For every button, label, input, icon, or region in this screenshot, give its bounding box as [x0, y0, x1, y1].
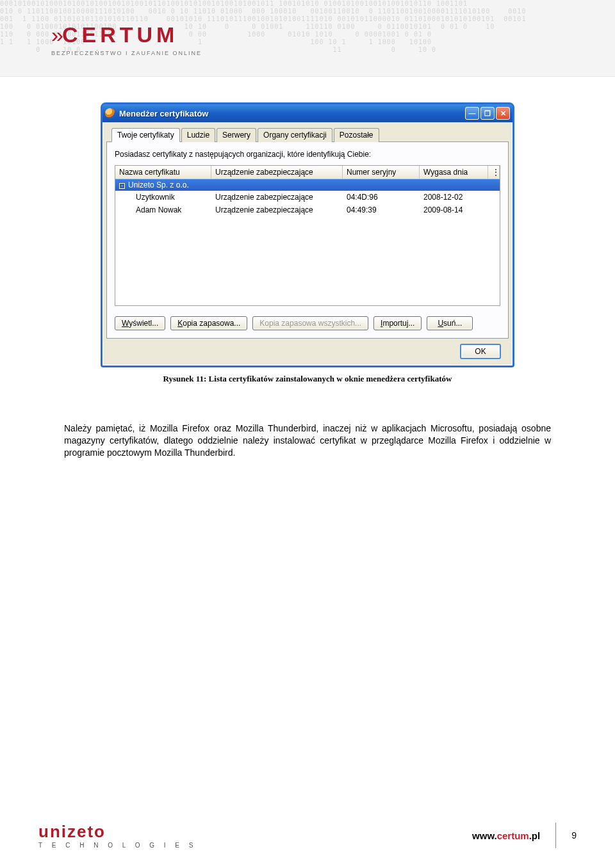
- backup-all-button: Kopia zapasowa wszystkich...: [252, 316, 368, 330]
- cell-device: Urządzenie zabezpieczające: [211, 205, 343, 214]
- titlebar[interactable]: Menedżer certyfikatów — ❐ ✕: [102, 104, 512, 122]
- import-button[interactable]: Importuj...: [373, 316, 422, 330]
- tab-panel: Posiadasz certyfikaty z następujących or…: [106, 141, 509, 339]
- unizeto-logo: unizeto T E C H N O L O G I E S: [38, 822, 197, 849]
- button-row: Wyświetl... Kopia zapasowa... Kopia zapa…: [115, 316, 500, 330]
- page-header: 0001010010100010100101001001010010110100…: [0, 0, 615, 77]
- table-row[interactable]: Adam Nowak Urządzenie zabezpieczające 04…: [115, 204, 500, 216]
- panel-description: Posiadasz certyfikaty z następujących or…: [115, 150, 500, 159]
- group-name: Unizeto Sp. z o.o.: [128, 181, 189, 189]
- backup-button[interactable]: Kopia zapasowa...: [170, 316, 247, 330]
- figure-caption: Rysunek 11: Lista certyfikatów zainstalo…: [101, 374, 514, 384]
- table-header: Nazwa certyfikatu Urządzenie zabezpiecza…: [115, 166, 500, 179]
- col-expires[interactable]: Wygasa dnia: [420, 166, 488, 179]
- cell-expires: 2008-12-02: [420, 193, 500, 202]
- cell-serial: 04:49:39: [343, 205, 420, 214]
- certum-tagline: BEZPIECZEŃSTWO I ZAUFANIE ONLINE: [51, 50, 202, 56]
- cell-name: Adam Nowak: [115, 205, 211, 214]
- tab-servers[interactable]: Serwery: [217, 128, 256, 142]
- col-serial[interactable]: Numer seryjny: [343, 166, 420, 179]
- maximize-button[interactable]: ❐: [480, 107, 495, 120]
- certum-url: www.certum.pl: [472, 830, 540, 841]
- cell-expires: 2009-08-14: [420, 205, 500, 214]
- tab-strip: Twoje certyfikaty Ludzie Serwery Organy …: [106, 127, 509, 141]
- tab-people[interactable]: Ludzie: [181, 128, 215, 142]
- tab-authorities[interactable]: Organy certyfikacji: [258, 128, 332, 142]
- ok-button[interactable]: OK: [460, 344, 501, 359]
- certum-logo: »CERTUM BEZPIECZEŃSTWO I ZAUFANIE ONLINE: [51, 22, 202, 56]
- certificates-table[interactable]: Nazwa certyfikatu Urządzenie zabezpiecza…: [115, 165, 500, 306]
- delete-button[interactable]: Usuń...: [427, 316, 473, 330]
- firefox-icon: [105, 108, 115, 118]
- col-menu-icon[interactable]: ⋮: [488, 166, 500, 179]
- tab-your-certificates[interactable]: Twoje certyfikaty: [111, 128, 180, 142]
- unizeto-wordmark: unizeto: [38, 822, 197, 842]
- view-button[interactable]: Wyświetl...: [115, 316, 165, 330]
- footer-separator: [555, 823, 556, 848]
- collapse-icon[interactable]: -: [119, 183, 125, 189]
- table-group-row[interactable]: -Unizeto Sp. z o.o.: [115, 179, 500, 191]
- col-name[interactable]: Nazwa certyfikatu: [115, 166, 211, 179]
- close-button[interactable]: ✕: [496, 107, 510, 120]
- table-row[interactable]: Uzytkownik Urządzenie zabezpieczające 04…: [115, 191, 500, 204]
- col-device[interactable]: Urządzenie zabezpieczające: [211, 166, 343, 179]
- page-footer: unizeto T E C H N O L O G I E S www.cert…: [0, 822, 615, 849]
- page-number: 9: [571, 830, 577, 840]
- window-title: Menedżer certyfikatów: [119, 109, 465, 118]
- certum-wordmark: CERTUM: [62, 22, 178, 47]
- body-paragraph: Należy pamiętać, iż Mozilla Firefox oraz…: [64, 422, 551, 459]
- tab-others[interactable]: Pozostałe: [334, 128, 379, 142]
- cell-serial: 04:4D:96: [343, 193, 420, 202]
- certificate-manager-window: Menedżer certyfikatów — ❐ ✕ Twoje certyf…: [101, 102, 514, 367]
- cell-name: Uzytkownik: [115, 193, 211, 202]
- minimize-button[interactable]: —: [465, 107, 479, 120]
- cell-device: Urządzenie zabezpieczające: [211, 193, 343, 202]
- unizeto-tagline: T E C H N O L O G I E S: [38, 842, 197, 849]
